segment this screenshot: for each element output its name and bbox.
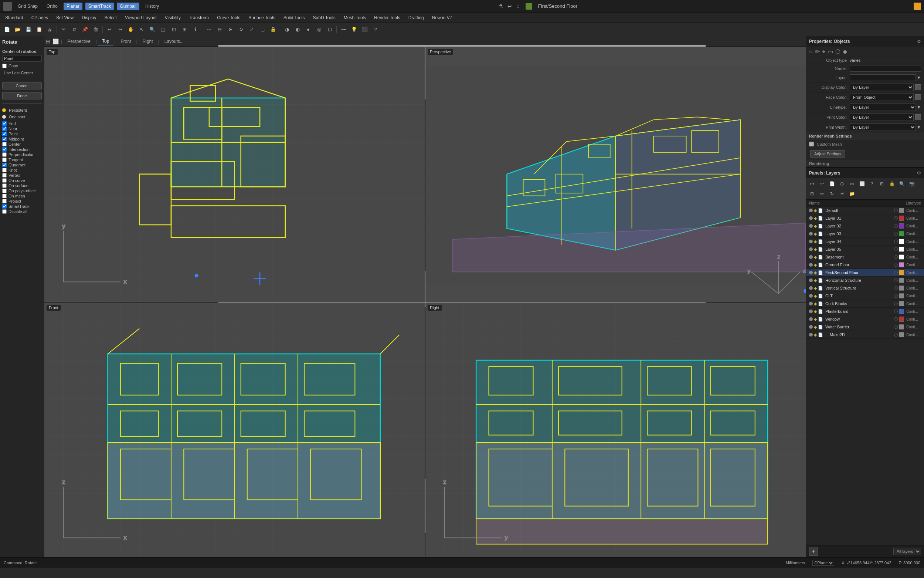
svg-text:y: y — [505, 534, 508, 541]
top-label: Top — [47, 49, 58, 55]
main-layout: Rotate Center of rotation: Copy Use Last… — [0, 36, 924, 557]
right-label: Right — [428, 305, 442, 311]
viewport-front[interactable]: Front — [44, 302, 425, 558]
svg-text:z: z — [62, 478, 65, 485]
svg-text:y: y — [62, 222, 65, 230]
viewport-perspective[interactable]: Perspective — [426, 47, 806, 302]
svg-point-45 — [804, 289, 806, 293]
svg-marker-95 — [476, 518, 768, 544]
svg-rect-49 — [108, 443, 380, 519]
svg-point-21 — [194, 274, 198, 278]
svg-text:z: z — [443, 478, 447, 485]
svg-rect-77 — [476, 443, 768, 519]
front-canvas: x z — [44, 302, 425, 558]
title-bar: Grid Snap Ortho Planar SmartTrack Gumbal… — [0, 0, 924, 13]
viewport-right[interactable]: Right — [426, 302, 806, 558]
svg-text:y: y — [748, 268, 751, 274]
perspective-label: Perspective — [428, 49, 453, 55]
top-canvas: x y — [44, 47, 425, 302]
perspective-canvas: x y z — [426, 47, 806, 302]
svg-text:x: x — [123, 534, 127, 541]
svg-text:x: x — [123, 278, 127, 285]
svg-text:x: x — [803, 268, 806, 274]
front-label: Front — [47, 305, 61, 311]
viewport-top[interactable]: Top — [44, 47, 425, 302]
svg-text:z: z — [778, 254, 780, 260]
right-canvas: y z — [426, 302, 806, 558]
app-icon — [3, 2, 12, 11]
